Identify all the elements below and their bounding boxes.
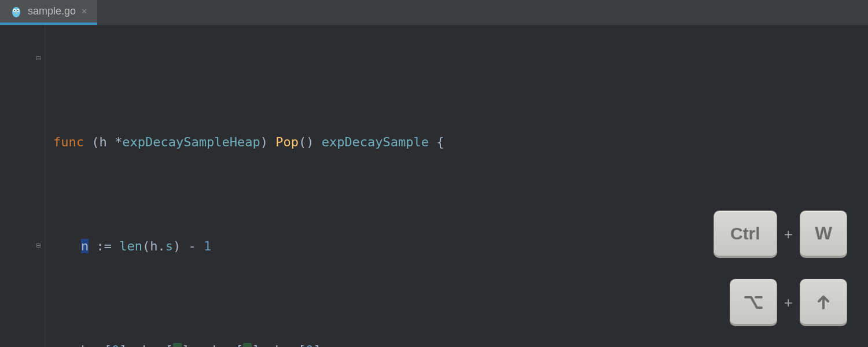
key-arrow-up [800, 279, 847, 326]
option-key-icon [742, 290, 765, 313]
svg-point-5 [16, 12, 17, 13]
svg-point-3 [14, 10, 15, 11]
key-option [730, 279, 777, 326]
var-n: n [81, 239, 89, 253]
plus-icon: + [784, 294, 793, 312]
svg-point-4 [17, 10, 19, 11]
go-gopher-icon [10, 5, 22, 18]
shortcut-row: + [730, 279, 847, 326]
key-ctrl: Ctrl [713, 211, 777, 258]
close-icon[interactable]: × [82, 7, 87, 16]
type-ref: expDecaySample [322, 135, 429, 149]
code-line: h.s[0], h.s[n] = h.s[n], h.s[0] [51, 340, 868, 347]
plus-icon: + [784, 226, 793, 243]
editor-tab-sample-go[interactable]: sample.go × [0, 0, 97, 25]
svg-point-0 [12, 7, 20, 17]
shortcut-hint-overlay: Ctrl + W + [713, 211, 847, 326]
fold-marker-close[interactable]: ⊟ [36, 241, 45, 250]
tab-bar: sample.go × [0, 0, 868, 25]
code-editor[interactable]: ⊟ ⊟ func (h *expDecaySampleHeap) Pop() e… [0, 25, 868, 347]
code-line: func (h *expDecaySampleHeap) Pop() expDe… [51, 132, 868, 153]
key-w: W [800, 211, 847, 258]
arrow-up-icon [814, 292, 833, 312]
shortcut-row: Ctrl + W [713, 211, 847, 258]
fold-marker-open[interactable]: ⊟ [36, 53, 45, 62]
keyword-func: func [53, 135, 84, 149]
tab-filename: sample.go [28, 5, 76, 17]
editor-gutter: ⊟ ⊟ [0, 25, 45, 347]
type-ref: expDecaySampleHeap [122, 135, 260, 149]
builtin-len: len [119, 239, 142, 253]
func-name: Pop [275, 135, 299, 149]
